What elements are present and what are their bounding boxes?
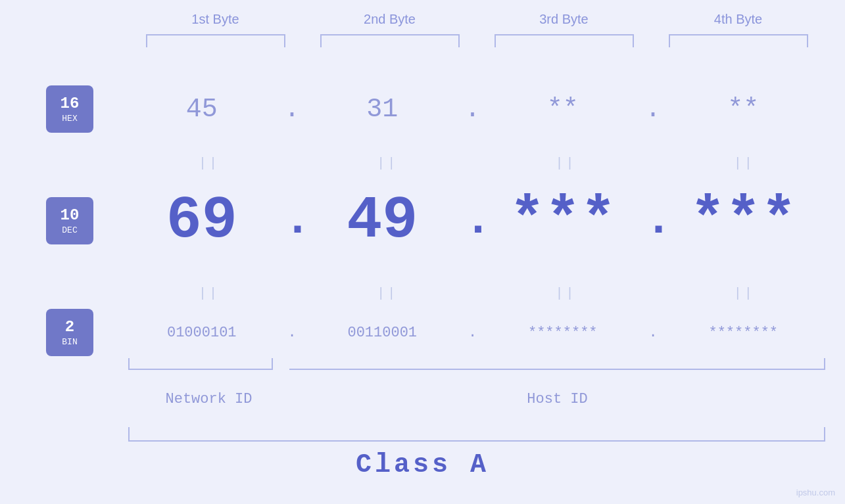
top-brackets-row	[128, 34, 825, 47]
class-label: Class A	[0, 450, 845, 480]
eq-1-1: ||	[128, 156, 290, 171]
network-id-label: Network ID	[128, 391, 289, 407]
dec-dot-3: .	[645, 198, 662, 244]
bin-dot-1: .	[284, 325, 301, 341]
hex-val-1: 45	[120, 95, 284, 124]
bracket-box-top-4	[669, 34, 808, 47]
bracket-box-top-2	[320, 34, 460, 47]
dec-badge-num: 10	[60, 206, 80, 225]
eq-2-2: ||	[306, 286, 468, 301]
full-bottom-bracket	[128, 427, 825, 442]
dec-row: 10 DEC 69 . 49 . *** . ***	[39, 187, 825, 254]
eq-2-4: ||	[664, 286, 825, 301]
bin-val-3: ********	[481, 325, 645, 341]
bin-bracket-gap	[273, 358, 289, 370]
hex-val-2: 31	[301, 95, 465, 124]
hex-val-4: **	[662, 95, 826, 124]
bracket-box-top-1	[146, 34, 285, 47]
hex-badge-label: HEX	[62, 114, 77, 124]
dec-val-3: ***	[481, 187, 645, 254]
host-id-label: Host ID	[289, 391, 825, 407]
bin-val-1: 01000101	[120, 325, 284, 341]
hex-row: 16 HEX 45 . 31 . ** . **	[39, 85, 825, 133]
bin-val-4: ********	[662, 325, 826, 341]
eq-row-2: || || || ||	[128, 286, 825, 301]
bin-badge-label: BIN	[62, 337, 77, 347]
dec-dot-1: .	[284, 198, 301, 244]
top-bracket-4	[651, 34, 825, 47]
eq-2-3: ||	[485, 286, 647, 301]
hex-dot-1: .	[284, 95, 301, 124]
bin-cols: 01000101 . 00110001 . ******** . *******…	[120, 325, 825, 341]
dec-val-2: 49	[301, 187, 465, 254]
byte-header-3: 3rd Byte	[477, 12, 651, 27]
byte-header-4: 4th Byte	[651, 12, 825, 27]
bin-dot-2: .	[464, 325, 481, 341]
eq-2-1: ||	[128, 286, 290, 301]
byte-headers-row: 1st Byte 2nd Byte 3rd Byte 4th Byte	[128, 12, 825, 27]
bracket-box-top-3	[495, 34, 634, 47]
hex-badge-num: 16	[60, 95, 80, 114]
byte-header-2: 2nd Byte	[302, 12, 477, 27]
eq-1-3: ||	[485, 156, 647, 171]
dec-badge-label: DEC	[62, 225, 77, 235]
hex-dot-3: .	[645, 95, 662, 124]
eq-1-4: ||	[664, 156, 825, 171]
hex-dot-2: .	[464, 95, 481, 124]
dec-badge: 10 DEC	[46, 197, 93, 244]
bin-badge-num: 2	[65, 318, 74, 337]
top-bracket-3	[477, 34, 651, 47]
dec-dot-2: .	[464, 198, 481, 244]
top-bracket-2	[302, 34, 477, 47]
dec-cols: 69 . 49 . *** . ***	[120, 187, 825, 254]
bin-network-bracket	[128, 358, 273, 370]
byte-header-1: 1st Byte	[128, 12, 302, 27]
watermark: ipshu.com	[796, 488, 835, 497]
eq-1-2: ||	[306, 156, 468, 171]
hex-badge: 16 HEX	[46, 85, 93, 133]
bin-dot-3: .	[645, 325, 662, 341]
top-bracket-1	[128, 34, 302, 47]
dec-val-1: 69	[120, 187, 284, 254]
bin-row: 2 BIN 01000101 . 00110001 . ******** . *…	[39, 309, 825, 356]
bin-brackets-row	[128, 358, 825, 370]
bin-badge: 2 BIN	[46, 309, 93, 356]
page: 1st Byte 2nd Byte 3rd Byte 4th Byte 16 H…	[0, 0, 845, 504]
bin-host-bracket	[289, 358, 825, 370]
bin-val-2: 00110001	[301, 325, 465, 341]
id-labels-row: Network ID Host ID	[128, 391, 825, 407]
dec-val-4: ***	[662, 187, 826, 254]
eq-row-1: || || || ||	[128, 156, 825, 171]
hex-val-3: **	[481, 95, 645, 124]
hex-cols: 45 . 31 . ** . **	[120, 95, 825, 124]
